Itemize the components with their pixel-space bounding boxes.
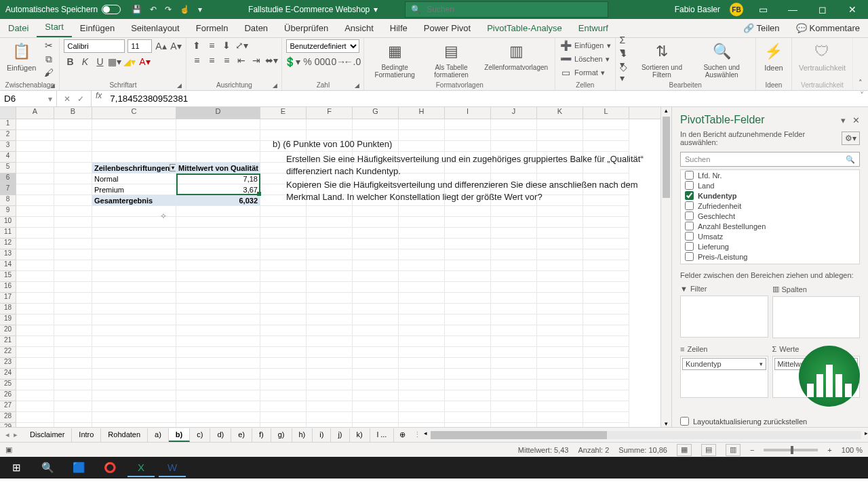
filter-area[interactable] — [680, 296, 768, 338]
column-header[interactable]: D — [176, 107, 260, 119]
tab-entwurf[interactable]: Entwurf — [570, 19, 616, 37]
font-size-select[interactable] — [127, 39, 152, 53]
field-checkbox[interactable] — [685, 191, 694, 200]
columns-area[interactable] — [772, 296, 861, 338]
align-bottom-icon[interactable]: ⬇ — [220, 39, 233, 52]
redo-icon[interactable]: ↷ — [165, 5, 172, 14]
format-painter-icon[interactable]: 🖌 — [43, 66, 55, 79]
copy-icon[interactable]: ⧉ — [43, 53, 55, 65]
sheet-tab[interactable]: h) — [292, 428, 313, 442]
pivot-field-item[interactable]: Umsatz — [681, 231, 859, 241]
fx-icon[interactable]: fx — [92, 91, 106, 106]
taskbar-word[interactable]: W — [159, 458, 186, 477]
row-header[interactable]: 20 — [0, 325, 16, 336]
align-right-icon[interactable]: ≡ — [220, 54, 233, 66]
close-icon[interactable]: ✕ — [842, 4, 863, 15]
sheet-tab[interactable]: b) — [169, 428, 190, 442]
row-header[interactable]: 22 — [0, 347, 16, 358]
sheet-tab[interactable]: c) — [190, 428, 210, 442]
pivot-field-item[interactable]: Zufriedenheit — [681, 201, 859, 211]
tab-pivottable-analyse[interactable]: PivotTable-Analyse — [479, 19, 570, 37]
merge-icon[interactable]: ⬌▾ — [265, 54, 277, 66]
tab-datei[interactable]: Datei — [0, 19, 37, 37]
indent-inc-icon[interactable]: ⇥ — [250, 54, 262, 66]
taskbar-search-icon[interactable]: 🔍 — [34, 458, 61, 477]
search-box[interactable]: 🔍 — [405, 1, 608, 18]
field-checkbox[interactable] — [685, 171, 694, 180]
tab-ansicht[interactable]: Ansicht — [336, 19, 382, 37]
expand-formula-icon[interactable]: ˅ — [856, 91, 868, 106]
sheet-tab[interactable]: e) — [231, 428, 252, 442]
pivot-cell[interactable]: Gesamtergebnis — [92, 195, 176, 206]
currency-icon[interactable]: 💲▾ — [286, 56, 298, 68]
sheet-tab[interactable]: l ... — [370, 428, 395, 442]
zoom-slider[interactable] — [764, 449, 818, 451]
find-select-button[interactable]: 🔍Suchen und Auswählen — [692, 39, 751, 80]
pivot-field-item[interactable]: Land — [681, 180, 859, 190]
indent-dec-icon[interactable]: ⇤ — [235, 54, 248, 66]
zoom-out-icon[interactable]: − — [750, 446, 754, 454]
row-header[interactable]: 10 — [0, 217, 16, 228]
pivot-field-item[interactable]: Anzahl Bestellungen — [681, 221, 859, 231]
row-header[interactable]: 25 — [0, 380, 16, 390]
field-checkbox[interactable] — [685, 252, 694, 261]
name-box[interactable]: ▾ — [0, 91, 57, 106]
number-format-select[interactable]: Benutzerdefiniert — [286, 39, 359, 53]
zoom-level[interactable]: 100 % — [842, 446, 863, 454]
italic-icon[interactable]: K — [79, 56, 91, 68]
tab-daten[interactable]: Daten — [236, 19, 276, 37]
enter-formula-icon[interactable]: ✓ — [77, 94, 84, 104]
dropdown-icon[interactable]: ▾ — [198, 5, 202, 14]
format-as-table-button[interactable]: ▤Als Tabelle formatieren — [425, 39, 477, 80]
row-header[interactable]: 16 — [0, 282, 16, 293]
maximize-icon[interactable]: ◻ — [812, 4, 833, 15]
field-checkbox[interactable] — [685, 232, 694, 241]
align-top-icon[interactable]: ⬆ — [191, 39, 203, 52]
field-checkbox[interactable] — [685, 242, 694, 251]
record-macro-icon[interactable]: ▣ — [5, 445, 12, 454]
pivot-field-item[interactable]: Kundentyp — [681, 190, 859, 201]
row-header[interactable]: 7 — [0, 184, 16, 195]
sheet-tab[interactable]: g) — [271, 428, 292, 442]
pivot-field-item[interactable]: Lieferung — [681, 241, 859, 251]
shrink-font-icon[interactable]: A▾ — [170, 40, 182, 52]
save-icon[interactable]: 💾 — [132, 5, 142, 14]
ribbon-mode-icon[interactable]: ▭ — [753, 4, 773, 15]
cell-styles-button[interactable]: ▥Zellenformatvorlagen — [481, 39, 551, 80]
share-button[interactable]: 🔗 Teilen — [735, 19, 788, 37]
column-header[interactable]: F — [307, 107, 353, 119]
sheet-tab[interactable]: Disclaimer — [23, 428, 72, 442]
sheet-nav-next-icon[interactable]: ▸ — [14, 430, 18, 439]
inc-decimal-icon[interactable]: .0→ — [331, 56, 343, 68]
column-header[interactable]: L — [583, 107, 629, 119]
sheet-tab[interactable]: k) — [350, 428, 370, 442]
font-color-icon[interactable]: A▾ — [138, 56, 151, 68]
percent-icon[interactable]: % — [301, 56, 313, 68]
row-header[interactable]: 11 — [0, 228, 16, 239]
minimize-icon[interactable]: — — [783, 4, 803, 15]
column-header[interactable]: E — [260, 107, 307, 119]
column-header[interactable]: B — [54, 107, 92, 119]
underline-icon[interactable]: U — [94, 56, 106, 68]
font-name-select[interactable] — [64, 39, 125, 53]
row-header[interactable]: 2 — [0, 130, 16, 141]
row-header[interactable]: 29 — [0, 423, 16, 427]
row-header[interactable]: 12 — [0, 239, 16, 249]
view-page-break-icon[interactable]: ▥ — [726, 444, 741, 456]
sheet-tab[interactable]: Rohdaten — [101, 428, 148, 442]
clear-icon[interactable]: ◇ ▾ — [620, 66, 632, 79]
sheet-tab[interactable]: f) — [252, 428, 271, 442]
row-header[interactable]: 1 — [0, 119, 16, 130]
pivot-cell[interactable]: Premium — [92, 184, 176, 195]
cancel-formula-icon[interactable]: ✕ — [64, 94, 71, 104]
view-normal-icon[interactable]: ▦ — [677, 444, 692, 456]
select-all-corner[interactable] — [0, 107, 16, 119]
avatar[interactable]: FB — [730, 3, 743, 16]
horizontal-scrollbar[interactable]: ◂▸ — [431, 431, 861, 439]
align-center-icon[interactable]: ≡ — [205, 54, 218, 66]
document-title[interactable]: Fallstudie E-Commerce Webshop▾ — [248, 5, 378, 14]
search-input[interactable] — [427, 5, 602, 14]
tab-ueberpruefen[interactable]: Überprüfen — [276, 19, 336, 37]
pivot-search[interactable]: Suchen🔍 — [680, 152, 860, 167]
worksheet-grid[interactable]: ABCDEFGHIJKL 123456789101112131415161718… — [0, 107, 660, 427]
